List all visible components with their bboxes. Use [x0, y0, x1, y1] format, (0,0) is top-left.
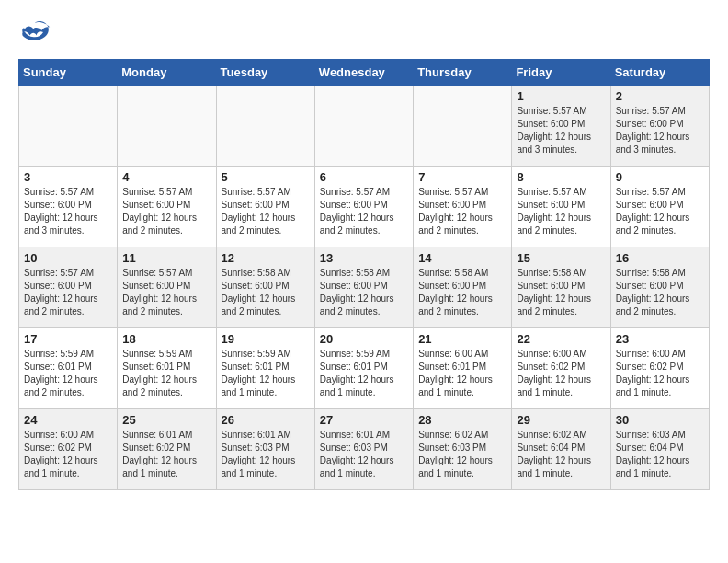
page-header — [18, 18, 710, 44]
calendar-day-cell: 24Sunrise: 6:00 AM Sunset: 6:02 PM Dayli… — [19, 409, 118, 490]
calendar-day-cell: 22Sunrise: 6:00 AM Sunset: 6:02 PM Dayli… — [512, 328, 610, 409]
day-info: Sunrise: 5:57 AM Sunset: 6:00 PM Dayligh… — [24, 267, 112, 318]
day-number: 29 — [517, 413, 605, 427]
day-info: Sunrise: 5:57 AM Sunset: 6:00 PM Dayligh… — [517, 186, 605, 237]
day-number: 27 — [320, 413, 408, 427]
day-number: 14 — [418, 251, 506, 265]
day-info: Sunrise: 5:57 AM Sunset: 6:00 PM Dayligh… — [517, 105, 605, 156]
logo — [18, 18, 57, 44]
day-info: Sunrise: 5:57 AM Sunset: 6:00 PM Dayligh… — [616, 105, 704, 156]
day-info: Sunrise: 5:59 AM Sunset: 6:01 PM Dayligh… — [320, 348, 408, 399]
calendar-day-cell: 17Sunrise: 5:59 AM Sunset: 6:01 PM Dayli… — [19, 328, 118, 409]
calendar-day-cell: 11Sunrise: 5:57 AM Sunset: 6:00 PM Dayli… — [118, 247, 216, 328]
day-info: Sunrise: 6:00 AM Sunset: 6:02 PM Dayligh… — [24, 429, 112, 480]
weekday-header: Sunday — [19, 60, 118, 86]
day-info: Sunrise: 5:57 AM Sunset: 6:00 PM Dayligh… — [418, 186, 506, 237]
weekday-header: Saturday — [610, 60, 709, 86]
calendar-day-cell — [118, 86, 216, 167]
calendar-day-cell — [216, 86, 314, 167]
calendar-day-cell: 19Sunrise: 5:59 AM Sunset: 6:01 PM Dayli… — [216, 328, 314, 409]
day-info: Sunrise: 5:58 AM Sunset: 6:00 PM Dayligh… — [222, 267, 310, 318]
calendar-day-cell — [19, 86, 118, 167]
day-number: 12 — [222, 251, 310, 265]
calendar-day-cell: 27Sunrise: 6:01 AM Sunset: 6:03 PM Dayli… — [314, 409, 413, 490]
calendar-table: SundayMondayTuesdayWednesdayThursdayFrid… — [18, 59, 710, 490]
day-info: Sunrise: 5:58 AM Sunset: 6:00 PM Dayligh… — [320, 267, 408, 318]
calendar-day-cell: 7Sunrise: 5:57 AM Sunset: 6:00 PM Daylig… — [414, 167, 512, 247]
day-info: Sunrise: 5:57 AM Sunset: 6:00 PM Dayligh… — [616, 186, 704, 237]
calendar-day-cell: 14Sunrise: 5:58 AM Sunset: 6:00 PM Dayli… — [414, 247, 512, 328]
day-number: 7 — [418, 170, 506, 184]
day-number: 24 — [24, 413, 112, 427]
calendar-day-cell: 1Sunrise: 5:57 AM Sunset: 6:00 PM Daylig… — [512, 86, 610, 167]
day-info: Sunrise: 6:00 AM Sunset: 6:02 PM Dayligh… — [616, 348, 704, 399]
calendar-body: 1Sunrise: 5:57 AM Sunset: 6:00 PM Daylig… — [19, 86, 710, 490]
calendar-day-cell: 4Sunrise: 5:57 AM Sunset: 6:00 PM Daylig… — [118, 167, 216, 247]
day-number: 5 — [222, 170, 310, 184]
calendar-day-cell — [314, 86, 413, 167]
day-info: Sunrise: 6:03 AM Sunset: 6:04 PM Dayligh… — [616, 429, 704, 480]
calendar-day-cell: 18Sunrise: 5:59 AM Sunset: 6:01 PM Dayli… — [118, 328, 216, 409]
day-info: Sunrise: 5:57 AM Sunset: 6:00 PM Dayligh… — [24, 186, 112, 237]
day-info: Sunrise: 6:01 AM Sunset: 6:03 PM Dayligh… — [222, 429, 310, 480]
day-number: 30 — [616, 413, 704, 427]
calendar-week-row: 10Sunrise: 5:57 AM Sunset: 6:00 PM Dayli… — [19, 247, 710, 328]
calendar-day-cell: 20Sunrise: 5:59 AM Sunset: 6:01 PM Dayli… — [314, 328, 413, 409]
calendar-day-cell: 13Sunrise: 5:58 AM Sunset: 6:00 PM Dayli… — [314, 247, 413, 328]
day-info: Sunrise: 5:58 AM Sunset: 6:00 PM Dayligh… — [616, 267, 704, 318]
weekday-header: Monday — [118, 60, 216, 86]
day-number: 9 — [616, 170, 704, 184]
day-number: 13 — [320, 251, 408, 265]
day-number: 3 — [24, 170, 112, 184]
day-number: 19 — [222, 332, 310, 346]
day-number: 28 — [418, 413, 506, 427]
day-info: Sunrise: 5:59 AM Sunset: 6:01 PM Dayligh… — [24, 348, 112, 399]
calendar-week-row: 3Sunrise: 5:57 AM Sunset: 6:00 PM Daylig… — [19, 167, 710, 247]
day-number: 21 — [418, 332, 506, 346]
day-info: Sunrise: 5:59 AM Sunset: 6:01 PM Dayligh… — [122, 348, 210, 399]
day-number: 22 — [517, 332, 605, 346]
day-info: Sunrise: 5:57 AM Sunset: 6:00 PM Dayligh… — [320, 186, 408, 237]
day-number: 6 — [320, 170, 408, 184]
calendar-day-cell: 25Sunrise: 6:01 AM Sunset: 6:02 PM Dayli… — [118, 409, 216, 490]
day-number: 8 — [517, 170, 605, 184]
day-number: 18 — [122, 332, 210, 346]
day-info: Sunrise: 6:00 AM Sunset: 6:01 PM Dayligh… — [418, 348, 506, 399]
day-info: Sunrise: 6:00 AM Sunset: 6:02 PM Dayligh… — [517, 348, 605, 399]
day-number: 23 — [616, 332, 704, 346]
day-number: 25 — [122, 413, 210, 427]
calendar-day-cell: 16Sunrise: 5:58 AM Sunset: 6:00 PM Dayli… — [610, 247, 709, 328]
calendar-week-row: 1Sunrise: 5:57 AM Sunset: 6:00 PM Daylig… — [19, 86, 710, 167]
day-info: Sunrise: 5:57 AM Sunset: 6:00 PM Dayligh… — [222, 186, 310, 237]
calendar-day-cell: 2Sunrise: 5:57 AM Sunset: 6:00 PM Daylig… — [610, 86, 709, 167]
day-info: Sunrise: 5:58 AM Sunset: 6:00 PM Dayligh… — [517, 267, 605, 318]
day-number: 17 — [24, 332, 112, 346]
day-number: 1 — [517, 89, 605, 103]
calendar-day-cell: 6Sunrise: 5:57 AM Sunset: 6:00 PM Daylig… — [314, 167, 413, 247]
weekday-header: Tuesday — [216, 60, 314, 86]
day-number: 20 — [320, 332, 408, 346]
calendar-day-cell: 12Sunrise: 5:58 AM Sunset: 6:00 PM Dayli… — [216, 247, 314, 328]
calendar-week-row: 17Sunrise: 5:59 AM Sunset: 6:01 PM Dayli… — [19, 328, 710, 409]
calendar-day-cell: 21Sunrise: 6:00 AM Sunset: 6:01 PM Dayli… — [414, 328, 512, 409]
day-info: Sunrise: 6:02 AM Sunset: 6:03 PM Dayligh… — [418, 429, 506, 480]
weekday-header: Thursday — [414, 60, 512, 86]
calendar-day-cell: 8Sunrise: 5:57 AM Sunset: 6:00 PM Daylig… — [512, 167, 610, 247]
day-number: 16 — [616, 251, 704, 265]
day-info: Sunrise: 5:57 AM Sunset: 6:00 PM Dayligh… — [122, 186, 210, 237]
day-number: 26 — [222, 413, 310, 427]
calendar-day-cell — [414, 86, 512, 167]
day-info: Sunrise: 6:01 AM Sunset: 6:02 PM Dayligh… — [122, 429, 210, 480]
day-info: Sunrise: 5:58 AM Sunset: 6:00 PM Dayligh… — [418, 267, 506, 318]
calendar-day-cell: 23Sunrise: 6:00 AM Sunset: 6:02 PM Dayli… — [610, 328, 709, 409]
calendar-week-row: 24Sunrise: 6:00 AM Sunset: 6:02 PM Dayli… — [19, 409, 710, 490]
calendar-header: SundayMondayTuesdayWednesdayThursdayFrid… — [19, 60, 710, 86]
day-number: 11 — [122, 251, 210, 265]
day-number: 4 — [122, 170, 210, 184]
day-info: Sunrise: 6:01 AM Sunset: 6:03 PM Dayligh… — [320, 429, 408, 480]
day-info: Sunrise: 6:02 AM Sunset: 6:04 PM Dayligh… — [517, 429, 605, 480]
weekday-header: Wednesday — [314, 60, 413, 86]
weekday-header: Friday — [512, 60, 610, 86]
day-number: 10 — [24, 251, 112, 265]
calendar-day-cell: 28Sunrise: 6:02 AM Sunset: 6:03 PM Dayli… — [414, 409, 512, 490]
